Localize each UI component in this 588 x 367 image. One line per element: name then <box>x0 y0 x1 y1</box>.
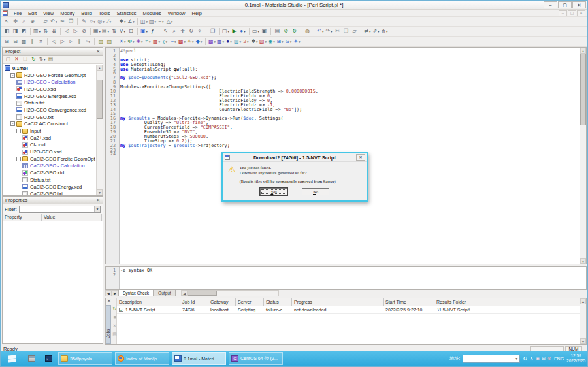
task-centos-64-2[interactable]: CCentOS 64 位 (2... <box>229 352 283 365</box>
branch-items-button[interactable]: ⋔▾ <box>380 27 389 35</box>
chart-options-button[interactable]: ▤▾ <box>101 27 110 35</box>
tree-item-h2o-geo-xsd[interactable]: H2O-GEO.xsd <box>3 86 96 93</box>
paste-text-button[interactable]: ▱ <box>350 27 359 35</box>
language-indicator[interactable]: ENG <box>554 357 564 361</box>
jobs-column-job-id[interactable]: Job Id <box>180 298 208 306</box>
tree-item-0-1mol[interactable]: 0.1mol <box>3 65 96 72</box>
module-reflex-button[interactable]: ▩▾ <box>178 38 186 46</box>
jobs-column-status[interactable]: Status <box>264 298 292 306</box>
tray-safety-icon[interactable]: ◉ <box>536 355 540 362</box>
menu-view[interactable]: View <box>40 10 57 16</box>
task-35dfppyala[interactable]: 35dfppyala <box>58 352 112 365</box>
tree-item-cacl2-geo-calculation[interactable]: CaCl2-GEO - Calculation <box>3 163 96 170</box>
export-file-button[interactable]: ↻ <box>290 27 299 35</box>
jobs-table-row[interactable]: ✓1.5-NVT Script74Gl6localhost...Scriptin… <box>117 306 586 314</box>
preview-pane-button[interactable]: ▤ <box>46 56 55 63</box>
scroll-up-icon[interactable]: ▲ <box>97 65 103 71</box>
module-polymorph-button[interactable]: ✳▾ <box>186 38 195 46</box>
stop-playback-button[interactable]: ⊘ <box>80 27 88 35</box>
task-0-1mol-materi[interactable]: 0.1mol - Materi... <box>172 352 226 365</box>
module-mesocite-button[interactable]: ~▾ <box>169 38 178 46</box>
scroll-thumb[interactable] <box>580 54 586 125</box>
filter-rows-button[interactable]: ∇▾ <box>118 27 127 35</box>
module-sorption-button[interactable]: ≈▾ <box>144 38 152 46</box>
step-back-button[interactable]: ◁ <box>50 38 58 46</box>
undo-action-button[interactable]: ↶▾ <box>316 27 325 35</box>
tray-chevron-icon[interactable]: ∧ <box>530 356 533 361</box>
print-document-button[interactable]: ▤ <box>273 27 282 35</box>
project-tree-scrollbar[interactable]: ▲ ▼ <box>96 65 103 195</box>
measure-mode-button[interactable]: ✧ <box>195 27 204 35</box>
sort-items-button[interactable]: ⇅▾ <box>38 56 46 63</box>
horizontal-scrollbar[interactable]: ◀ <box>181 290 279 296</box>
task-index-of-dsd-jo[interactable]: Index of /dsd/jo... <box>115 352 169 365</box>
module-xsorb-button[interactable]: ◉▾ <box>267 38 276 46</box>
jobs-tab-label[interactable]: Jobs <box>106 305 111 344</box>
scroll-down-icon[interactable]: ▼ <box>97 189 103 195</box>
record-animation-button[interactable]: ◦▾ <box>84 38 92 46</box>
grid-show-button[interactable]: ▦ <box>20 38 28 46</box>
tab-scroll-left-icon[interactable]: ◀ <box>105 290 112 296</box>
address-go-icon[interactable]: ↻ <box>523 356 527 362</box>
tree-expander-icon[interactable]: - <box>10 121 15 126</box>
jobs-column-results-folder[interactable]: Results Folder <box>434 298 532 306</box>
scroll-left-icon[interactable]: ◀ <box>182 291 188 296</box>
module-quanteras-button[interactable]: ▧▾ <box>259 38 267 46</box>
tree-item-ca2-xsd[interactable]: Ca2+.xsd <box>3 135 96 142</box>
module-more-button[interactable]: ⊞▾ <box>276 38 284 46</box>
child-minimize-button[interactable]: – <box>559 10 567 16</box>
scroll-up-icon[interactable]: ▲ <box>580 298 586 304</box>
center-view-button[interactable]: ⊕ <box>28 18 37 25</box>
view-right-button[interactable]: ◨ <box>11 27 20 35</box>
module-dmol3-button[interactable]: ❋▾ <box>135 38 144 46</box>
tree-item-cacl2-geo-energy-xcd[interactable]: CaCl2-GEO Energy.xcd <box>3 184 96 191</box>
module-morphology-button[interactable]: ◆▾ <box>195 38 203 46</box>
jobs-column-start-time[interactable]: Start Time <box>384 298 434 306</box>
script-function-button[interactable]: ƒ <box>148 27 157 35</box>
fit-view-button[interactable]: ⊡ <box>127 27 135 35</box>
grid-remove-button[interactable]: ⊟ <box>11 38 20 46</box>
child-restore-button[interactable]: ▢ <box>568 10 576 16</box>
menu-modules[interactable]: Modules <box>139 10 164 16</box>
tab-scroll-right-icon[interactable]: ▶ <box>112 290 118 296</box>
copy-item-button[interactable]: ❐ <box>21 56 29 63</box>
sort-columns-button[interactable]: ⇅ <box>110 27 118 35</box>
split-columns-button[interactable]: ∥ <box>28 38 37 46</box>
delete-item-button[interactable]: ✕ <box>12 56 21 63</box>
module-discover-button[interactable]: ✕▾ <box>118 38 127 46</box>
menu-file[interactable]: File <box>10 10 25 16</box>
dialog-title-bar[interactable]: Download? [74Gl6] - 1.5-NVT Script ✕ <box>223 153 367 162</box>
dialog-close-icon[interactable]: ✕ <box>356 154 365 161</box>
menu-window[interactable]: Window <box>165 10 189 16</box>
tree-item-input[interactable]: -Input <box>3 127 96 135</box>
save-document-button[interactable]: ▣ <box>260 27 269 35</box>
cut-button[interactable]: ✂ <box>58 18 67 25</box>
new-document-button[interactable]: ▢▾ <box>221 27 230 35</box>
tree-item-cl-xsd[interactable]: Cl-.xsd <box>3 142 96 149</box>
menu-tools[interactable]: Tools <box>95 10 114 16</box>
zoom-mode-button[interactable]: ⌕ <box>170 27 178 35</box>
element-picker-button[interactable]: ◎▾ <box>97 18 105 25</box>
zoom-tool-button[interactable]: ⌕ <box>20 18 28 25</box>
undo-button[interactable]: ↶▾ <box>50 18 58 25</box>
tree-expander-icon[interactable]: - <box>16 157 21 161</box>
tree-item-cacl2-ac-construct[interactable]: -CaCl2 AC Construct <box>3 121 96 128</box>
child-close-button[interactable]: ✕ <box>577 10 585 16</box>
pause-animation-button[interactable]: ∥ <box>75 38 84 46</box>
redo-action-button[interactable]: ↷▾ <box>325 27 333 35</box>
jobs-column-server[interactable]: Server <box>236 298 264 306</box>
paste-button[interactable]: ▱ <box>41 18 50 25</box>
next-frame-button[interactable]: ▷ <box>71 27 80 35</box>
open-document-button[interactable]: ▭▾ <box>252 27 260 35</box>
table-view-button[interactable]: ▥▾ <box>33 27 41 35</box>
tree-item-status-txt[interactable]: Status.txt <box>3 99 96 106</box>
project-views-button[interactable]: ▤ <box>105 38 114 46</box>
taskbar-clock[interactable]: 12:59 2022/2/25 <box>566 353 585 364</box>
scroll-down-icon[interactable]: ▼ <box>580 258 586 264</box>
menu-help[interactable]: Help <box>189 10 205 16</box>
view-left-button[interactable]: ◧ <box>3 27 11 35</box>
new-item-button[interactable]: ▢ <box>4 56 12 63</box>
tab-output[interactable]: Output <box>154 290 176 296</box>
tree-item-h2o-geo-txt[interactable]: H2O-GEO.txt <box>3 114 96 121</box>
bond-type-button[interactable]: ∕▾ <box>105 18 114 25</box>
